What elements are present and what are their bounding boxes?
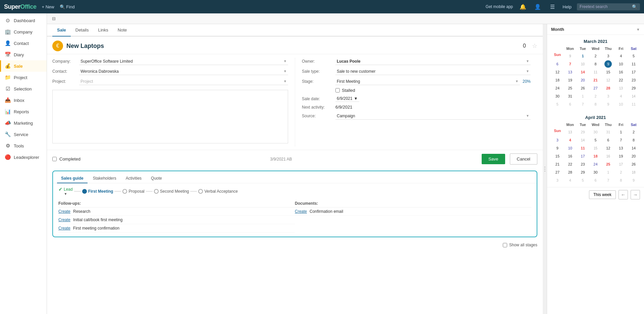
- guide-tab-activities[interactable]: Activities: [122, 174, 146, 183]
- project-dropdown-arrow[interactable]: ▼: [283, 79, 287, 83]
- apr-day-29[interactable]: 29: [579, 169, 587, 176]
- step-proposal[interactable]: Proposal: [122, 189, 144, 194]
- sidebar-item-company[interactable]: 🏢 Company: [0, 26, 47, 38]
- owner-dropdown-arrow[interactable]: ▼: [526, 59, 529, 63]
- apr-day-may1[interactable]: 1: [604, 169, 612, 176]
- march-day-21[interactable]: 21: [592, 76, 599, 84]
- sidebar-item-selection[interactable]: ☑ Selection: [0, 83, 47, 95]
- march-day-20[interactable]: 20: [579, 76, 587, 84]
- stage-field[interactable]: First Meeting ▼: [335, 78, 520, 85]
- march-day-apr11[interactable]: 11: [630, 101, 637, 108]
- march-day-10[interactable]: 10: [617, 60, 625, 68]
- sidebar-item-reports[interactable]: 📊 Reports: [0, 106, 47, 117]
- sidebar-item-service[interactable]: 🔧 Service: [0, 129, 47, 140]
- contact-field[interactable]: Weronica Dabrowska ▼: [79, 68, 288, 75]
- apr-day-mar29[interactable]: 29: [579, 128, 587, 136]
- apr-day-12[interactable]: 12: [604, 144, 612, 152]
- tab-note[interactable]: Note: [113, 24, 131, 37]
- save-button[interactable]: Save: [482, 154, 505, 164]
- find-button[interactable]: 🔍 Find: [60, 4, 75, 9]
- march-day-apr7[interactable]: 7: [579, 101, 587, 108]
- sidebar-item-leadexplorer[interactable]: 🔴 Leadexplorer: [0, 151, 47, 163]
- calendar-prev-button[interactable]: ←: [619, 190, 628, 199]
- show-all-stages-checkbox[interactable]: [503, 243, 507, 247]
- step-verbal-acceptance[interactable]: Verbal Acceptance: [198, 189, 237, 194]
- march-day-24[interactable]: 24: [554, 84, 561, 92]
- stalled-checkbox[interactable]: [335, 88, 340, 92]
- apr-day-may7[interactable]: 7: [604, 177, 612, 184]
- apr-day-3[interactable]: 3: [554, 136, 561, 144]
- march-day-19[interactable]: 19: [567, 76, 574, 84]
- doc-create-link-0[interactable]: Create: [295, 209, 307, 214]
- apr-day-28[interactable]: 28: [567, 169, 574, 176]
- apr-day-2[interactable]: 2: [630, 128, 637, 136]
- sidebar-item-project[interactable]: 📁 Project: [0, 72, 47, 83]
- sale-type-dropdown-arrow[interactable]: ▼: [526, 69, 529, 73]
- sidebar-item-sale[interactable]: 💰 Sale: [0, 60, 47, 72]
- apr-day-mar31[interactable]: 31: [604, 128, 612, 136]
- march-day-5[interactable]: 5: [630, 52, 637, 60]
- march-day-17[interactable]: 17: [630, 68, 637, 76]
- march-day-apr2[interactable]: 2: [592, 92, 599, 100]
- help-link[interactable]: Help: [562, 4, 572, 9]
- apr-day-19[interactable]: 19: [617, 152, 625, 160]
- march-day-27[interactable]: 27: [592, 84, 599, 92]
- company-field[interactable]: SuperOffice Software Limited ▼: [79, 58, 288, 65]
- sidebar-item-tools[interactable]: ⚙ Tools: [0, 140, 47, 151]
- tab-sale[interactable]: Sale: [52, 24, 71, 37]
- apr-day-25[interactable]: 25: [604, 161, 612, 168]
- march-day-2[interactable]: 2: [592, 52, 599, 60]
- guide-tab-stakeholders[interactable]: Stakeholders: [89, 174, 120, 183]
- apr-day-27[interactable]: 27: [554, 169, 561, 176]
- description-textarea[interactable]: [52, 90, 288, 143]
- user-icon[interactable]: 👤: [533, 2, 542, 11]
- stage-dropdown-arrow[interactable]: ▼: [515, 79, 519, 83]
- apr-day-14[interactable]: 14: [630, 144, 637, 152]
- march-day-28[interactable]: 28: [604, 84, 612, 92]
- apr-day-17[interactable]: 17: [579, 152, 587, 160]
- calendar-next-button[interactable]: →: [631, 190, 640, 199]
- apr-day-4[interactable]: 4: [567, 136, 574, 144]
- march-day-apr10[interactable]: 10: [617, 101, 625, 108]
- march-day-12[interactable]: 12: [554, 68, 561, 76]
- company-dropdown-arrow[interactable]: ▼: [283, 59, 287, 63]
- march-day-29[interactable]: 29: [630, 84, 637, 92]
- march-day-apr6[interactable]: 6: [567, 101, 574, 108]
- new-button[interactable]: + New: [42, 4, 54, 9]
- cancel-button[interactable]: Cancel: [510, 153, 537, 165]
- get-mobile-link[interactable]: Get mobile app: [486, 4, 513, 9]
- march-day-16[interactable]: 16: [617, 68, 625, 76]
- march-day-23[interactable]: 23: [630, 76, 637, 84]
- march-day-apr4[interactable]: 4: [617, 92, 625, 100]
- project-field[interactable]: Project ▼: [79, 78, 288, 85]
- apr-day-5[interactable]: 5: [592, 136, 599, 144]
- march-day-apr8[interactable]: 8: [592, 101, 599, 108]
- search-input[interactable]: [580, 4, 630, 9]
- march-day-14[interactable]: 14: [579, 68, 587, 76]
- contact-dropdown-arrow[interactable]: ▼: [283, 69, 287, 73]
- march-day-18[interactable]: 18: [554, 76, 561, 84]
- sale-date-arrow[interactable]: ▼: [354, 96, 358, 101]
- step-first-meeting[interactable]: First Meeting: [82, 189, 113, 194]
- march-day-apr1[interactable]: 1: [579, 92, 587, 100]
- march-day-7[interactable]: 7: [567, 60, 574, 68]
- apr-day-15[interactable]: 15: [554, 152, 561, 160]
- apr-day-23[interactable]: 23: [579, 161, 587, 168]
- apr-day-may8[interactable]: 8: [617, 177, 625, 184]
- apr-day-may9[interactable]: 9: [630, 177, 637, 184]
- sidebar-item-contact[interactable]: 👤 Contact: [0, 38, 47, 49]
- march-day-26[interactable]: 26: [579, 84, 587, 92]
- apr-day-mar30[interactable]: 30: [592, 128, 599, 136]
- create-link-0[interactable]: Create: [58, 209, 70, 214]
- apr-day-22[interactable]: 22: [567, 161, 574, 168]
- apr-day-20[interactable]: 20: [630, 152, 637, 160]
- sidebar-item-marketing[interactable]: 📣 Marketing: [0, 117, 47, 129]
- march-day-6[interactable]: 6: [554, 60, 561, 68]
- march-day-1[interactable]: 1: [579, 52, 587, 60]
- owner-field[interactable]: Lucas Poole ▼: [335, 58, 531, 65]
- apr-day-26[interactable]: 26: [630, 161, 637, 168]
- march-day-11[interactable]: 11: [630, 60, 637, 68]
- march-day-13[interactable]: 13: [567, 68, 574, 76]
- source-field[interactable]: Campaign ▼: [335, 112, 531, 120]
- apr-day-24[interactable]: 24: [592, 161, 599, 168]
